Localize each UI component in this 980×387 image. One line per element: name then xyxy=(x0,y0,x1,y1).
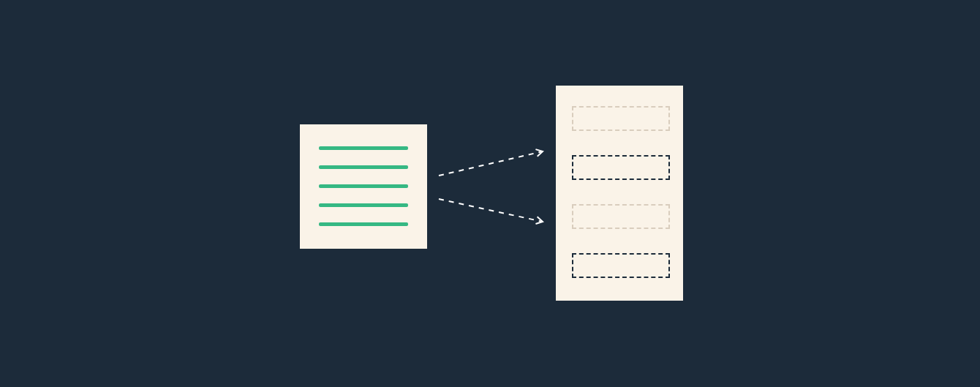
target-slot-2 xyxy=(572,155,670,180)
source-line-2 xyxy=(319,165,408,169)
arrow-1 xyxy=(0,0,980,387)
target-slot-3 xyxy=(572,204,670,229)
source-line-4 xyxy=(319,203,408,207)
source-line-3 xyxy=(319,184,408,188)
arrow-2-head xyxy=(535,217,543,224)
source-line-5 xyxy=(319,222,408,226)
source-document xyxy=(300,124,427,249)
arrow-1-line xyxy=(439,151,543,176)
arrow-2 xyxy=(0,0,980,387)
target-document xyxy=(556,86,683,301)
arrow-1-head xyxy=(535,149,543,157)
arrow-2-line xyxy=(439,199,543,222)
target-slot-1 xyxy=(572,106,670,131)
target-slot-4 xyxy=(572,253,670,278)
source-line-1 xyxy=(319,146,408,150)
diagram-stage: { "background": "#1c2b3a", "source_docum… xyxy=(0,0,980,387)
